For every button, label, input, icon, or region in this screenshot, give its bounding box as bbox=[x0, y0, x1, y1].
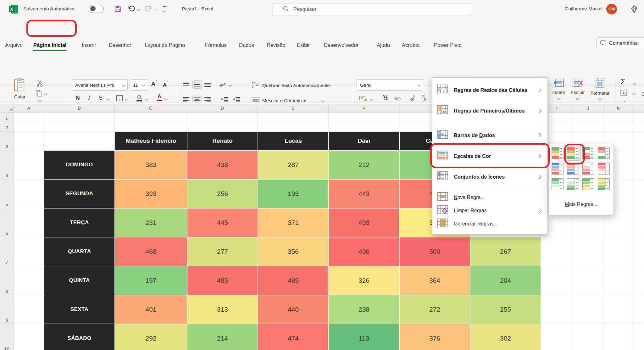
column-header-A[interactable]: A bbox=[14, 104, 44, 113]
grid-cell-A8[interactable] bbox=[14, 266, 44, 295]
redo-dropdown-chevron[interactable] bbox=[154, 7, 158, 11]
cell-D8[interactable]: 485 bbox=[187, 266, 258, 295]
cell-E9[interactable]: 440 bbox=[258, 295, 328, 324]
column-header[interactable] bbox=[634, 104, 644, 113]
column-header-F[interactable]: F bbox=[329, 104, 399, 113]
menu-item-regras-de-realce-das-celulas[interactable]: ≤Regras de Realce das Células bbox=[433, 80, 547, 100]
grid-cell-B2[interactable] bbox=[44, 122, 115, 131]
row-header-3[interactable]: 3 bbox=[0, 131, 14, 150]
more-rules-button[interactable]: Mais Regras... bbox=[549, 202, 613, 207]
cell-D4[interactable]: 438 bbox=[187, 151, 258, 179]
row-header-9[interactable]: 9 bbox=[0, 295, 14, 324]
autosum-dropdown-chevron[interactable] bbox=[633, 81, 636, 85]
menu-item-limpar-regras[interactable]: Limpar Regras bbox=[433, 204, 547, 217]
colorscale-white-red-icon[interactable] bbox=[582, 163, 594, 175]
grid-cell-I8[interactable] bbox=[541, 266, 573, 295]
user-name[interactable]: Guilherme Maciel bbox=[516, 6, 602, 12]
cell-B6[interactable]: TERÇA bbox=[44, 208, 114, 237]
cell-D9[interactable]: 313 bbox=[187, 295, 258, 324]
grid-cell-A6[interactable] bbox=[14, 208, 44, 237]
colorscale-red-yellow-green-icon[interactable] bbox=[567, 147, 579, 159]
cell-B9[interactable]: SEXTA bbox=[44, 295, 114, 324]
column-header-D[interactable]: D bbox=[187, 104, 258, 113]
grid-cell-J2[interactable] bbox=[573, 122, 603, 131]
grid-cell-D2[interactable] bbox=[187, 122, 258, 131]
grid-cell-F1[interactable] bbox=[329, 113, 399, 122]
grid-cell-L2[interactable] bbox=[634, 122, 644, 131]
grid-cell-J7[interactable] bbox=[573, 237, 603, 266]
row-header-6[interactable]: 6 bbox=[0, 208, 14, 237]
menu-item-regras-de-primeiros-ultimos[interactable]: 10Regras de Primeiros/Últimos bbox=[433, 100, 547, 121]
cell-F6[interactable]: 493 bbox=[329, 208, 399, 237]
cell-C9[interactable]: 401 bbox=[115, 295, 187, 324]
colorscale-green-white-icon[interactable] bbox=[552, 178, 564, 190]
row-header-8[interactable]: 8 bbox=[0, 266, 14, 295]
cell-H9[interactable]: 255 bbox=[470, 295, 541, 324]
cell-E7[interactable]: 356 bbox=[258, 237, 328, 266]
grid-cell-L9[interactable] bbox=[634, 295, 644, 324]
cell-C6[interactable]: 231 bbox=[115, 208, 187, 237]
colorscale-red-white-blue-icon[interactable] bbox=[567, 163, 579, 175]
grid-cell-L3[interactable] bbox=[634, 131, 644, 150]
row-header-10[interactable]: 10 bbox=[0, 324, 14, 350]
cell-F8[interactable]: 326 bbox=[329, 266, 399, 295]
cell-F3[interactable]: Davi bbox=[329, 132, 399, 150]
grid-cell-L8[interactable] bbox=[634, 266, 644, 295]
cell-C8[interactable]: 197 bbox=[115, 266, 187, 295]
grid-cell-I9[interactable] bbox=[541, 295, 573, 324]
row-header-2[interactable]: 2 bbox=[0, 122, 14, 131]
row-header-7[interactable]: 7 bbox=[0, 237, 14, 266]
grid-cell-A1[interactable] bbox=[14, 113, 44, 122]
cell-D5[interactable]: 256 bbox=[187, 180, 258, 208]
grid-cell-B1[interactable] bbox=[44, 113, 115, 122]
cell-F7[interactable]: 496 bbox=[329, 237, 399, 266]
grid-cell-F2[interactable] bbox=[329, 122, 399, 131]
cell-B4[interactable]: DOMINGO bbox=[44, 151, 114, 179]
grid-cell-A10[interactable] bbox=[14, 324, 44, 350]
grid-cell-K9[interactable] bbox=[603, 295, 634, 324]
cell-D3[interactable]: Renato bbox=[187, 132, 258, 150]
grid-cell-E1[interactable] bbox=[258, 113, 329, 122]
grid-cell-L1[interactable] bbox=[634, 113, 644, 122]
cell-H10[interactable]: 302 bbox=[470, 324, 541, 350]
grid-cell-L6[interactable] bbox=[634, 208, 644, 237]
grid-cell-A3[interactable] bbox=[14, 131, 44, 150]
colorscale-white-green-icon[interactable] bbox=[567, 178, 579, 190]
undo-dropdown-chevron[interactable] bbox=[136, 7, 140, 11]
cell-C7[interactable]: 468 bbox=[115, 237, 187, 266]
cell-E8[interactable]: 485 bbox=[258, 266, 328, 295]
grid-cell-K2[interactable] bbox=[603, 122, 634, 131]
redo-button[interactable] bbox=[144, 5, 153, 14]
row-header-4[interactable]: 4 bbox=[0, 150, 14, 179]
grid-cell-I10[interactable] bbox=[541, 324, 573, 350]
grid-cell-C1[interactable] bbox=[115, 113, 187, 122]
grid-cell-J8[interactable] bbox=[573, 266, 603, 295]
grid-cell-J9[interactable] bbox=[573, 295, 603, 324]
grid-cell-J10[interactable] bbox=[573, 324, 603, 350]
cell-C5[interactable]: 393 bbox=[115, 180, 187, 208]
colorscale-green-yellow-icon[interactable] bbox=[582, 178, 594, 190]
cell-B5[interactable]: SEGUNDA bbox=[44, 180, 114, 208]
cell-E10[interactable]: 474 bbox=[258, 324, 328, 350]
cell-E6[interactable]: 371 bbox=[258, 208, 328, 237]
grid-cell-L4[interactable] bbox=[634, 150, 644, 179]
cell-G7[interactable]: 500 bbox=[400, 237, 470, 266]
quick-access-toolbar-chevron[interactable] bbox=[163, 6, 166, 13]
search-box[interactable]: Pesquisar bbox=[272, 3, 471, 15]
cell-G10[interactable]: 376 bbox=[400, 324, 470, 350]
column-header-J[interactable]: J bbox=[573, 104, 603, 113]
grid-cell-C2[interactable] bbox=[115, 122, 187, 131]
diamond-icon[interactable] bbox=[630, 4, 639, 15]
cell-F5[interactable]: 443 bbox=[329, 180, 399, 208]
grid-cell-I7[interactable] bbox=[541, 237, 573, 266]
colorscale-red-white-icon[interactable] bbox=[598, 163, 610, 175]
cell-H8[interactable]: 204 bbox=[470, 266, 541, 295]
cell-E4[interactable]: 287 bbox=[258, 151, 328, 179]
avatar[interactable]: GM bbox=[606, 4, 617, 14]
menu-item-escalas-de-cor[interactable]: Escalas de Cor bbox=[433, 146, 547, 166]
row-header-1[interactable]: 1 bbox=[0, 113, 14, 122]
cell-E3[interactable]: Lucas bbox=[258, 132, 328, 150]
autosum-button[interactable]: Σ bbox=[621, 77, 625, 86]
grid-cell-J1[interactable] bbox=[573, 113, 603, 122]
grid-cell-A9[interactable] bbox=[14, 295, 44, 324]
